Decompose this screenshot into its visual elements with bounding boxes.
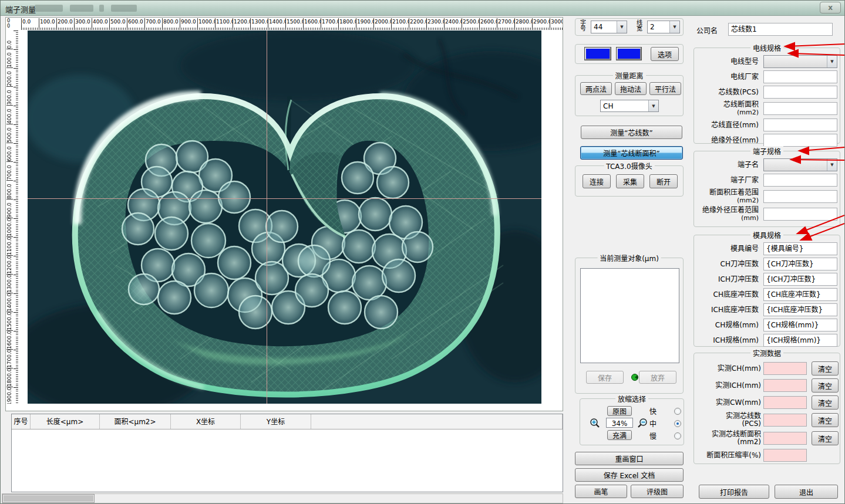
table-column-header[interactable]: 面积<μm2> — [100, 414, 171, 429]
table-column-header[interactable]: Y坐标 — [241, 414, 311, 429]
redraw-button[interactable]: 重画窗口 — [575, 452, 684, 465]
print-report-button[interactable]: 打印报告 — [699, 485, 769, 499]
ruler-left-label: 700.0 — [6, 162, 13, 181]
wire-spec-field-label: 电线型号 — [698, 58, 759, 66]
font-size-label: 字号 — [580, 20, 587, 32]
terminal-spec-field-input[interactable] — [763, 190, 837, 203]
exit-button[interactable]: 退出 — [775, 485, 838, 499]
measured-data-label: 断面积压缩率(%) — [698, 452, 761, 459]
table-column-header[interactable]: 长度<μm> — [31, 414, 100, 429]
zoom-fit-button[interactable]: 充满 — [607, 430, 632, 440]
clear-button[interactable]: 清空 — [812, 413, 839, 427]
pen-button[interactable]: 画笔 — [575, 485, 627, 498]
distance-mode-select[interactable]: CH▼ — [600, 100, 659, 112]
ruler-top-label: 1800.0 — [338, 18, 356, 25]
close-button[interactable]: x — [820, 2, 841, 13]
titlebar-redacted — [70, 5, 93, 12]
ruler-top-label: 100.0 — [39, 18, 56, 25]
clear-button[interactable]: 清空 — [812, 395, 839, 410]
line-width-select[interactable]: 2▼ — [647, 21, 680, 33]
crosshair-horizontal — [28, 198, 541, 199]
ruler-left-label: 1500.0 — [6, 312, 13, 331]
mold-spec-field: ICH刀冲压数{ICH刀冲压数} — [698, 273, 836, 286]
distance-method-button[interactable]: 平行法 — [649, 82, 681, 95]
ruler-left-ticks — [14, 31, 18, 404]
wire-spec-field-select[interactable]: ▼ — [763, 55, 837, 68]
zoom-in-icon[interactable] — [590, 418, 601, 428]
wire-spec-field-input[interactable] — [763, 70, 837, 83]
wire-spec-field-input[interactable] — [763, 102, 837, 115]
wire-spec-field: 电线厂家 — [698, 70, 836, 83]
zoom-speed-radio[interactable] — [674, 420, 681, 427]
crosshair-vertical — [267, 31, 267, 404]
camera-button[interactable]: 采集 — [616, 174, 644, 188]
wire-spec-field-input[interactable] — [763, 119, 837, 131]
titlebar-redacted — [35, 5, 63, 12]
save-button[interactable]: 保存 — [586, 371, 624, 384]
zoom-percent-value: 34% — [606, 418, 633, 428]
camera-button[interactable]: 连接 — [583, 174, 611, 188]
wire-spec-field-input[interactable] — [763, 134, 837, 147]
ruler-left-label: 1300.0 — [6, 275, 13, 293]
app-window: 端子测量 x 00 0.0100.0200.0300.0400.0500.060… — [0, 0, 845, 504]
mold-spec-field-input[interactable]: {ICH底座冲压数} — [763, 303, 837, 316]
mold-spec-field-input[interactable]: {CH规格(mm)} — [763, 319, 837, 332]
camera-title: TCA3.0摄像头 — [604, 161, 654, 171]
scrollbar-thumb[interactable] — [3, 495, 94, 502]
microscope-image[interactable] — [28, 31, 541, 404]
ruler-top-label: 700.0 — [144, 18, 162, 25]
font-size-select[interactable]: 44▼ — [591, 21, 627, 33]
mold-spec-field-input[interactable]: {ICH刀冲压数} — [763, 273, 837, 286]
distance-method-button[interactable]: 两点法 — [580, 82, 612, 95]
color-swatch-1[interactable] — [585, 48, 611, 60]
terminal-spec-field-input[interactable] — [763, 208, 837, 221]
camera-button[interactable]: 断开 — [649, 174, 678, 188]
zoom-original-button[interactable]: 原图 — [607, 406, 632, 416]
mold-spec-field: 模具编号{模具编号} — [698, 242, 836, 255]
measurement-listbox[interactable] — [580, 268, 679, 363]
measured-value-field — [763, 396, 807, 409]
measure-core-area-button[interactable]: 测量“芯线断面积” — [580, 146, 683, 160]
mold-spec-field-input[interactable]: {ICH规格(mm)} — [763, 334, 837, 347]
discard-button[interactable]: 放弃 — [639, 371, 676, 384]
zoom-speed-label: 快 — [649, 406, 657, 416]
horizontal-scrollbar[interactable] — [2, 493, 563, 503]
mold-spec-field-input[interactable]: {CH底座冲压数} — [763, 288, 837, 301]
company-input[interactable]: 芯线数1 — [728, 23, 833, 36]
terminal-spec-field-select[interactable]: ▼ — [763, 158, 837, 171]
mold-spec-field-input[interactable]: {CH刀冲压数} — [763, 258, 837, 270]
zoom-group: 放缩选择 原图 34% 充满 快中慢 — [580, 398, 684, 445]
mold-spec-field: CH规格(mm){CH规格(mm)} — [698, 319, 836, 332]
clear-button[interactable]: 清空 — [812, 361, 839, 376]
ruler-left-label: 200.0 — [6, 68, 13, 87]
ruler-top-label: 1100.0 — [215, 18, 233, 25]
ruler-top-label: 800.0 — [162, 18, 180, 25]
wire-spec-field-input[interactable] — [763, 86, 837, 99]
ruler-top-label: 2400.0 — [444, 18, 462, 25]
clear-button[interactable]: 清空 — [812, 431, 839, 445]
distance-method-button[interactable]: 拖动法 — [615, 82, 647, 95]
chevron-down-icon: ▼ — [827, 56, 837, 67]
ruler-top-label: 300.0 — [74, 18, 92, 25]
options-button[interactable]: 选项 — [651, 47, 679, 61]
mold-spec-field-input[interactable]: {模具编号} — [763, 242, 837, 255]
terminal-spec-field-input[interactable] — [763, 174, 837, 187]
ruler-left-label: 1900.0 — [6, 387, 13, 404]
zoom-out-icon[interactable] — [637, 418, 648, 428]
save-excel-button[interactable]: 保存 Excel 文档 — [575, 468, 684, 482]
ruler-left: 0.0100.0200.0300.0400.0500.0600.0700.080… — [6, 31, 14, 404]
table-column-header[interactable]: 序号 — [12, 414, 31, 429]
ruler-top-label: 2600.0 — [479, 18, 497, 25]
rating-chart-button[interactable]: 评级图 — [631, 485, 684, 498]
measurement-table[interactable]: 序号长度<μm>面积<μm2>X坐标Y坐标 — [11, 414, 563, 492]
wire-spec-field: 芯线直径(mm) — [698, 119, 836, 131]
table-column-header[interactable]: X坐标 — [171, 414, 241, 429]
ruler-top-label: 1400.0 — [268, 18, 285, 25]
ruler-top-label: 500.0 — [109, 18, 127, 25]
color-swatch-2[interactable] — [617, 48, 641, 60]
clear-button[interactable]: 清空 — [812, 378, 839, 393]
measure-core-count-button[interactable]: 测量“芯线数” — [581, 126, 682, 139]
zoom-speed-radio[interactable] — [674, 408, 681, 415]
zoom-speed-radio[interactable] — [674, 432, 681, 439]
ruler-top-label: 600.0 — [127, 18, 144, 25]
